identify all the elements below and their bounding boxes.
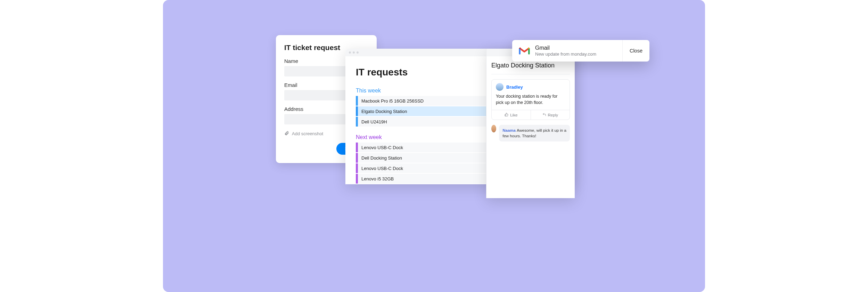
- avatar: [491, 125, 496, 132]
- traffic-dot-icon: [349, 51, 351, 54]
- notification-subtitle: New update from monday.com: [535, 51, 596, 57]
- update-author[interactable]: Bradley: [506, 84, 523, 90]
- reply-button[interactable]: Reply: [531, 110, 570, 120]
- traffic-dot-icon: [357, 51, 359, 54]
- reply-bubble: NaamaAwesome, will pick it up in a few h…: [491, 125, 570, 141]
- notification-close-button[interactable]: Close: [622, 40, 649, 62]
- stage: IT ticket request Name Email Address Add…: [163, 0, 705, 292]
- update-text: Your docking station is ready for pick u…: [492, 92, 570, 110]
- gmail-icon: [518, 46, 530, 55]
- reply-icon: [542, 113, 546, 117]
- like-button[interactable]: Like: [492, 110, 531, 120]
- update-card: Bradley Your docking station is ready fo…: [491, 79, 570, 120]
- svg-rect-1: [528, 48, 530, 54]
- detail-title: Elgato Docking Station: [491, 62, 570, 74]
- attach-label: Add screenshot: [292, 131, 323, 136]
- notification-title: Gmail: [535, 45, 596, 51]
- traffic-dot-icon: [353, 51, 355, 54]
- paperclip-icon: [284, 131, 289, 137]
- reply-author[interactable]: Naama: [502, 128, 516, 132]
- detail-panel: ✕ Elgato Docking Station Bradley Your do…: [486, 49, 575, 198]
- svg-rect-0: [519, 48, 521, 54]
- thumbs-up-icon: [505, 113, 508, 117]
- notification-toast: Gmail New update from monday.com Close: [512, 40, 649, 62]
- avatar: [496, 83, 503, 91]
